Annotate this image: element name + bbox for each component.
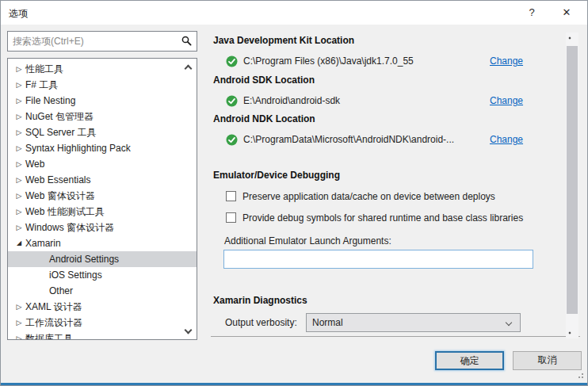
sidebar-item-syntax-highlighting-pack[interactable]: ▷ Syntax Highlighting Pack [8, 140, 197, 156]
cancel-button[interactable]: 取消 [513, 351, 582, 370]
sidebar-item-label: NuGet 包管理器 [25, 109, 94, 124]
sidebar-item-label: iOS Settings [49, 267, 102, 283]
sidebar-item-ios-settings[interactable]: iOS Settings [8, 267, 197, 283]
sidebar-item-web[interactable]: ▷ Web [8, 156, 197, 172]
chevron-down-icon [506, 319, 512, 326]
search-input[interactable] [8, 32, 176, 50]
scrollbar-thumb[interactable] [567, 46, 578, 314]
sidebar-item-label: 数据库工具 [25, 331, 73, 340]
sidebar-item-nuget-package-manager[interactable]: ▷ NuGet 包管理器 [8, 109, 197, 124]
jdk-location-title: Java Development Kit Location [213, 35, 354, 46]
dialog-title: 选项 [9, 7, 28, 21]
chevron-right-icon[interactable]: ▷ [13, 93, 25, 109]
content-footer-divider [211, 336, 580, 337]
sidebar-item-web-essentials[interactable]: ▷ Web Essentials [8, 172, 197, 188]
chevron-right-icon[interactable]: ▷ [13, 299, 25, 315]
chevron-right-icon[interactable]: ▷ [13, 204, 25, 220]
sidebar-item-label: Xamarin [25, 235, 61, 251]
sidebar-item-performance-tools[interactable]: ▷ 性能工具 [8, 61, 197, 77]
emulator-args-input[interactable] [223, 250, 533, 269]
chevron-right-icon[interactable]: ▷ [13, 331, 25, 340]
sidebar-item-label: File Nesting [25, 93, 75, 109]
status-ok-icon [226, 55, 238, 67]
sidebar-item-sql-server-tools[interactable]: ▷ SQL Server 工具 [8, 124, 197, 140]
sidebar-item-label: Android Settings [49, 251, 119, 267]
sidebar-item-label: Web Essentials [25, 172, 90, 188]
status-ok-icon [226, 95, 238, 107]
close-icon[interactable]: ✕ [549, 1, 584, 25]
sidebar-item-label: SQL Server 工具 [25, 124, 97, 140]
chevron-right-icon[interactable]: ▷ [13, 188, 25, 204]
sidebar-tree: ▷ 性能工具 ▷ F# 工具 ▷ File Nesting ▷ NuGet 包管… [7, 58, 197, 340]
sdk-change-link[interactable]: Change [490, 95, 523, 106]
sidebar-item-xamarin[interactable]: ◢ Xamarin [8, 235, 197, 251]
chevron-right-icon[interactable]: ▷ [13, 77, 25, 93]
chevron-right-icon[interactable]: ▷ [13, 124, 25, 140]
chevron-right-icon[interactable]: ▷ [13, 61, 25, 77]
sidebar-item-label: 性能工具 [25, 61, 63, 77]
chevron-right-icon[interactable]: ▷ [13, 140, 25, 156]
window-bottom-border [1, 383, 587, 385]
sidebar-item-web-forms-designer[interactable]: ▷ Web 窗体设计器 [8, 188, 197, 204]
ndk-change-link[interactable]: Change [490, 134, 523, 145]
xamarin-diagnostics-title: Xamarin Diagnostics [213, 295, 307, 306]
titlebar[interactable]: 选项 ? ✕ [1, 1, 587, 25]
output-verbosity-value: Normal [312, 317, 343, 328]
jdk-path: C:\Program Files (x86)\Java\jdk1.7.0_55 [243, 55, 414, 67]
chevron-expanded-icon[interactable]: ◢ [13, 235, 25, 251]
emulator-args-label: Additional Emulator Launch Arguments: [224, 235, 391, 247]
sidebar-item-label: Web 窗体设计器 [25, 188, 95, 204]
ndk-location-title: Android NDK Location [213, 113, 315, 124]
help-icon[interactable]: ? [517, 1, 546, 25]
sidebar-item-database-tools[interactable]: ▷ 数据库工具 [8, 331, 197, 340]
sidebar-item-label: Web 性能测试工具 [25, 204, 105, 220]
search-box [7, 31, 197, 52]
vertical-scrollbar[interactable] [566, 32, 578, 338]
debug-symbols-checkbox[interactable] [226, 212, 236, 223]
chevron-right-icon[interactable]: ▷ [13, 156, 25, 172]
preserve-data-checkbox-label[interactable]: Preserve application data/cache on devic… [242, 191, 495, 202]
emulator-debugging-title: Emulator/Device Debugging [213, 170, 340, 181]
chevron-right-icon[interactable]: ▷ [13, 109, 25, 124]
sidebar-item-label: XAML 设计器 [25, 299, 82, 315]
chevron-right-icon[interactable]: ▷ [13, 172, 25, 188]
search-icon[interactable] [176, 36, 197, 47]
sidebar-item-label: Windows 窗体设计器 [25, 220, 114, 235]
sidebar-item-other[interactable]: Other [8, 283, 197, 299]
sdk-path: E:\Android\android-sdk [243, 95, 340, 106]
jdk-change-link[interactable]: Change [490, 55, 523, 67]
sidebar-item-label: Other [49, 283, 73, 299]
scroll-up-icon[interactable] [569, 37, 571, 40]
sdk-location-title: Android SDK Location [213, 75, 315, 86]
debug-symbols-checkbox-label[interactable]: Provide debug symbols for shared runtime… [242, 212, 523, 224]
sidebar-item-android-settings[interactable]: Android Settings [8, 251, 197, 267]
options-dialog: 选项 ? ✕ ▷ 性能工具 ▷ F# 工具 ▷ File Nesting ▷ N… [0, 0, 588, 386]
sidebar-item-label: Web [25, 156, 44, 172]
sidebar-item-file-nesting[interactable]: ▷ File Nesting [8, 93, 197, 109]
chevron-right-icon[interactable]: ▷ [13, 220, 25, 235]
sidebar-item-label: Syntax Highlighting Pack [25, 140, 131, 156]
ndk-path: C:\ProgramData\Microsoft\AndroidNDK\andr… [243, 134, 454, 145]
ok-button[interactable]: 确定 [435, 351, 504, 370]
sidebar-item-windows-forms-designer[interactable]: ▷ Windows 窗体设计器 [8, 220, 197, 235]
sidebar-item-web-performance-test-tools[interactable]: ▷ Web 性能测试工具 [8, 204, 197, 220]
sidebar-item-label: 工作流设计器 [25, 315, 82, 331]
output-verbosity-select[interactable]: Normal [306, 313, 521, 332]
scroll-down-icon[interactable] [569, 332, 571, 334]
sidebar-item-label: F# 工具 [25, 77, 58, 93]
resize-grip[interactable] [582, 373, 583, 375]
status-ok-icon [226, 134, 238, 146]
sidebar-item-workflow-designer[interactable]: ▷ 工作流设计器 [8, 315, 197, 331]
sidebar-item-fsharp-tools[interactable]: ▷ F# 工具 [8, 77, 197, 93]
preserve-data-checkbox[interactable] [226, 191, 236, 201]
chevron-right-icon[interactable]: ▷ [13, 315, 25, 331]
output-verbosity-label: Output verbosity: [225, 317, 297, 328]
sidebar-item-xaml-designer[interactable]: ▷ XAML 设计器 [8, 299, 197, 315]
